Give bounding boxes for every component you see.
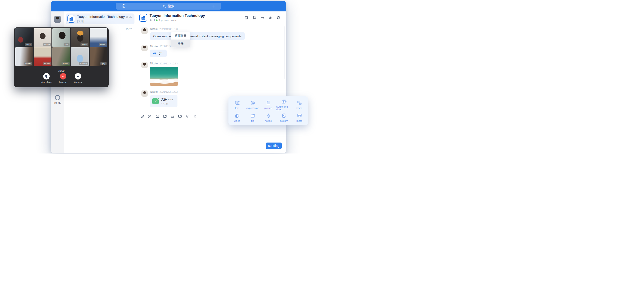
participant-name: Nicole (43, 43, 51, 46)
menu-item-remove[interactable]: 移除 (171, 39, 190, 47)
message-voice: Nicole 2021/12/3 10:33 9 (141, 45, 286, 57)
popover-label: voice (296, 107, 302, 109)
message-time: 2021/12/3 10:33 (160, 28, 178, 30)
online-status: 1 person online (159, 19, 177, 21)
conversation-title: Tuoyun Information Technology (77, 15, 126, 18)
participant-video[interactable]: Anthony (71, 47, 89, 66)
voice-duration: 9`` (159, 52, 162, 55)
voice-bubble[interactable]: 9`` (150, 49, 167, 57)
beach-photo-message[interactable] (150, 67, 178, 86)
conversation-last-message: [文件] (77, 19, 126, 23)
bell-icon[interactable] (193, 114, 197, 118)
participant-video[interactable]: Nicole (34, 28, 52, 47)
conversation-time: 15:20 (126, 28, 132, 31)
popover-label: Audio and video (276, 105, 292, 111)
video-play-icon (234, 113, 240, 119)
popover-label: video (234, 119, 240, 122)
trends-icon (55, 95, 60, 100)
participant-name: Anthony (79, 62, 88, 65)
participant-video[interactable]: aldrich (52, 47, 70, 66)
popover-label: more (296, 119, 302, 122)
sender-avatar[interactable] (141, 90, 148, 97)
file-size: 12.8M (161, 103, 173, 105)
participant-name: zole (64, 43, 70, 46)
scissors-icon[interactable] (148, 114, 152, 118)
voice-bubbles-icon (296, 100, 302, 106)
participant-name: venus (80, 43, 88, 46)
participant-video[interactable]: patton (15, 28, 33, 47)
sender-avatar[interactable] (141, 62, 148, 68)
participant-name: patton (25, 43, 32, 46)
participant-name: gary (100, 62, 106, 65)
menu-item-pin-chat[interactable]: 置顶聊天 (171, 32, 190, 39)
document-search-icon[interactable] (252, 16, 256, 20)
participant-video[interactable]: gary (90, 47, 107, 66)
text-bubble[interactable]: Open source, free, and universal instant… (150, 32, 245, 40)
sender-name: Nicole (150, 45, 158, 48)
file-extension: .excel (168, 98, 173, 101)
emoji-icon[interactable] (140, 114, 144, 118)
settings-gear-icon[interactable] (276, 16, 280, 20)
send-button[interactable]: sending (266, 143, 282, 149)
popover-label: file (251, 119, 254, 122)
search-placeholder[interactable]: 搜索 (168, 4, 174, 8)
add-member-icon[interactable] (268, 16, 272, 20)
folder-icon[interactable] (260, 16, 264, 20)
sender-avatar[interactable] (141, 45, 148, 51)
conversation-item[interactable]: Tuoyun Information Technology [文件] 15:20 (66, 13, 134, 24)
trends-label: trends (51, 101, 64, 104)
video-clapper-icon[interactable] (163, 114, 167, 118)
plus-icon[interactable] (212, 4, 216, 8)
contact-card-icon[interactable] (170, 114, 174, 118)
call-timer: 10:00 (14, 69, 109, 72)
clipboard-edit-icon[interactable] (122, 4, 126, 8)
chat-header: Tuoyun Information Technology 1 1 person… (136, 11, 286, 24)
popover-item-audio-video[interactable]: Audio and video (276, 98, 292, 111)
voice-wave-icon (153, 51, 157, 55)
video-call-icon[interactable] (186, 114, 190, 118)
participant-name: danika (24, 62, 32, 65)
popover-item-text[interactable]: text (230, 98, 245, 111)
hangup-label: hang up (59, 81, 67, 83)
popover-item-file[interactable]: file (245, 111, 260, 124)
chat-scrollbar[interactable] (284, 26, 285, 79)
popover-item-voice[interactable]: voice (292, 98, 307, 111)
camera-mute-button[interactable] (75, 73, 81, 79)
popover-item-picture[interactable]: picture (260, 98, 276, 111)
audio-video-icon (281, 99, 287, 104)
popover-item-video[interactable]: video (230, 111, 245, 124)
participant-video[interactable]: stellar (90, 28, 107, 47)
microphone-mute-button[interactable] (43, 73, 50, 79)
notice-bell-icon (266, 113, 271, 119)
microphone-label: microphone (41, 81, 52, 83)
group-building-icon (68, 15, 75, 23)
file-folder-icon (250, 113, 256, 119)
participant-video[interactable]: venus (71, 28, 89, 47)
popover-item-notice[interactable]: notice (260, 111, 276, 124)
user-avatar[interactable] (54, 16, 61, 23)
participant-name: aldrich (62, 62, 70, 65)
nav-item-trends[interactable]: trends (51, 95, 64, 104)
sender-name: Nicole (150, 90, 158, 93)
camera-label: Camera (74, 81, 82, 83)
search-icon (162, 4, 166, 8)
message-time: 2021/12/3 10:33 (160, 62, 178, 65)
clipboard-check-icon[interactable] (244, 16, 248, 20)
popover-label: expression (246, 107, 259, 109)
expression-smiley-icon (250, 100, 256, 106)
file-message-card[interactable]: ✕ 文件.excel 12.8M (150, 95, 178, 107)
message-input-area[interactable]: sending (136, 121, 286, 153)
chat-title: Tuoyun Information Technology (150, 14, 205, 18)
folder-icon[interactable] (178, 114, 182, 118)
picture-icon[interactable] (155, 114, 160, 118)
sender-avatar[interactable] (141, 27, 148, 34)
participant-video[interactable]: ernest (34, 47, 52, 66)
popover-item-custom[interactable]: custom (276, 111, 292, 124)
participant-video[interactable]: zole (52, 28, 70, 47)
search-bar[interactable]: 搜索 (116, 3, 221, 9)
hangup-button[interactable] (60, 73, 66, 79)
popover-item-more[interactable]: more (292, 111, 307, 124)
message-image: Nicole 2021/12/3 10:33 (141, 62, 286, 86)
participant-video[interactable]: danika (15, 47, 33, 66)
popover-item-expression[interactable]: expression (245, 98, 260, 111)
